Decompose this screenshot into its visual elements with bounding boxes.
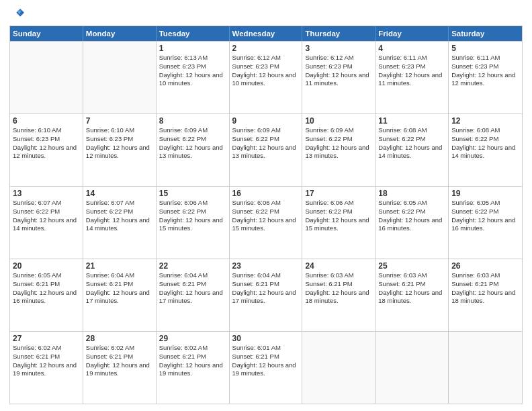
day-cell-24: 24Sunrise: 6:03 AM Sunset: 6:21 PM Dayli…	[302, 259, 375, 331]
day-cell-25: 25Sunrise: 6:03 AM Sunset: 6:21 PM Dayli…	[375, 259, 449, 331]
day-cell-6: 6Sunrise: 6:10 AM Sunset: 6:23 PM Daylig…	[10, 114, 83, 186]
day-info: Sunrise: 6:07 AM Sunset: 6:22 PM Dayligh…	[86, 199, 153, 233]
day-number: 15	[159, 189, 226, 198]
day-number: 14	[86, 189, 153, 198]
day-number: 29	[159, 334, 226, 343]
day-number: 6	[13, 116, 80, 126]
calendar-week-1: 1Sunrise: 6:13 AM Sunset: 6:23 PM Daylig…	[10, 41, 522, 113]
day-info: Sunrise: 6:03 AM Sunset: 6:21 PM Dayligh…	[305, 271, 372, 306]
day-cell-12: 12Sunrise: 6:08 AM Sunset: 6:22 PM Dayli…	[449, 114, 522, 186]
day-info: Sunrise: 6:05 AM Sunset: 6:22 PM Dayligh…	[378, 199, 445, 233]
day-cell-23: 23Sunrise: 6:04 AM Sunset: 6:21 PM Dayli…	[230, 259, 303, 331]
day-number: 9	[232, 116, 300, 126]
day-number: 28	[86, 334, 153, 343]
day-info: Sunrise: 6:06 AM Sunset: 6:22 PM Dayligh…	[305, 199, 372, 233]
day-info: Sunrise: 6:10 AM Sunset: 6:23 PM Dayligh…	[86, 126, 153, 161]
header-sunday: Sunday	[10, 26, 83, 41]
day-number: 3	[305, 44, 372, 53]
day-cell-7: 7Sunrise: 6:10 AM Sunset: 6:23 PM Daylig…	[83, 114, 157, 186]
day-cell-10: 10Sunrise: 6:09 AM Sunset: 6:22 PM Dayli…	[302, 114, 375, 186]
day-number: 17	[305, 189, 372, 198]
day-cell-28: 28Sunrise: 6:02 AM Sunset: 6:21 PM Dayli…	[83, 332, 157, 404]
day-cell-20: 20Sunrise: 6:05 AM Sunset: 6:21 PM Dayli…	[10, 259, 83, 331]
logo-icon	[9, 7, 24, 21]
day-info: Sunrise: 6:06 AM Sunset: 6:22 PM Dayligh…	[159, 199, 226, 233]
day-info: Sunrise: 6:12 AM Sunset: 6:23 PM Dayligh…	[305, 54, 372, 88]
day-number: 22	[159, 261, 226, 271]
day-cell-2: 2Sunrise: 6:12 AM Sunset: 6:23 PM Daylig…	[230, 42, 303, 113]
header-wednesday: Wednesday	[230, 26, 303, 41]
day-info: Sunrise: 6:11 AM Sunset: 6:23 PM Dayligh…	[378, 54, 445, 88]
calendar-body: 1Sunrise: 6:13 AM Sunset: 6:23 PM Daylig…	[10, 41, 522, 404]
calendar: Sunday Monday Tuesday Wednesday Thursday…	[9, 26, 523, 404]
day-number: 4	[378, 44, 445, 53]
day-number: 12	[451, 116, 519, 126]
header-saturday: Saturday	[449, 26, 522, 41]
day-cell-5: 5Sunrise: 6:11 AM Sunset: 6:23 PM Daylig…	[449, 42, 522, 113]
day-number: 7	[86, 116, 153, 126]
day-info: Sunrise: 6:02 AM Sunset: 6:21 PM Dayligh…	[13, 344, 80, 378]
empty-cell	[83, 42, 157, 113]
day-info: Sunrise: 6:01 AM Sunset: 6:21 PM Dayligh…	[232, 344, 300, 378]
day-cell-13: 13Sunrise: 6:07 AM Sunset: 6:22 PM Dayli…	[10, 187, 83, 259]
day-cell-11: 11Sunrise: 6:08 AM Sunset: 6:22 PM Dayli…	[375, 114, 449, 186]
day-info: Sunrise: 6:04 AM Sunset: 6:21 PM Dayligh…	[159, 271, 226, 306]
day-cell-8: 8Sunrise: 6:09 AM Sunset: 6:22 PM Daylig…	[157, 114, 230, 186]
day-cell-19: 19Sunrise: 6:05 AM Sunset: 6:22 PM Dayli…	[449, 187, 522, 259]
day-cell-16: 16Sunrise: 6:06 AM Sunset: 6:22 PM Dayli…	[230, 187, 303, 259]
day-number: 8	[159, 116, 226, 126]
empty-cell	[375, 332, 449, 404]
day-number: 13	[13, 189, 80, 198]
header-thursday: Thursday	[302, 26, 375, 41]
day-info: Sunrise: 6:04 AM Sunset: 6:21 PM Dayligh…	[86, 271, 153, 306]
day-info: Sunrise: 6:09 AM Sunset: 6:22 PM Dayligh…	[232, 126, 300, 161]
day-info: Sunrise: 6:11 AM Sunset: 6:23 PM Dayligh…	[451, 54, 519, 88]
day-number: 10	[305, 116, 372, 126]
day-cell-9: 9Sunrise: 6:09 AM Sunset: 6:22 PM Daylig…	[230, 114, 303, 186]
header-monday: Monday	[83, 26, 157, 41]
day-info: Sunrise: 6:12 AM Sunset: 6:23 PM Dayligh…	[232, 54, 300, 88]
day-info: Sunrise: 6:03 AM Sunset: 6:21 PM Dayligh…	[378, 271, 445, 306]
day-number: 19	[451, 189, 519, 198]
empty-cell	[10, 42, 83, 113]
header-friday: Friday	[375, 26, 449, 41]
day-info: Sunrise: 6:05 AM Sunset: 6:21 PM Dayligh…	[13, 271, 80, 306]
day-number: 1	[159, 44, 226, 53]
day-cell-17: 17Sunrise: 6:06 AM Sunset: 6:22 PM Dayli…	[302, 187, 375, 259]
day-cell-14: 14Sunrise: 6:07 AM Sunset: 6:22 PM Dayli…	[83, 187, 157, 259]
svg-marker-0	[16, 9, 24, 17]
calendar-week-5: 27Sunrise: 6:02 AM Sunset: 6:21 PM Dayli…	[10, 331, 522, 404]
day-info: Sunrise: 6:03 AM Sunset: 6:21 PM Dayligh…	[451, 271, 519, 306]
day-number: 25	[378, 261, 445, 271]
day-info: Sunrise: 6:02 AM Sunset: 6:21 PM Dayligh…	[159, 344, 226, 378]
day-cell-18: 18Sunrise: 6:05 AM Sunset: 6:22 PM Dayli…	[375, 187, 449, 259]
day-info: Sunrise: 6:09 AM Sunset: 6:22 PM Dayligh…	[305, 126, 372, 161]
day-cell-4: 4Sunrise: 6:11 AM Sunset: 6:23 PM Daylig…	[375, 42, 449, 113]
day-cell-1: 1Sunrise: 6:13 AM Sunset: 6:23 PM Daylig…	[157, 42, 230, 113]
day-info: Sunrise: 6:08 AM Sunset: 6:22 PM Dayligh…	[378, 126, 445, 161]
day-number: 24	[305, 261, 372, 271]
day-cell-30: 30Sunrise: 6:01 AM Sunset: 6:21 PM Dayli…	[230, 332, 303, 404]
day-info: Sunrise: 6:13 AM Sunset: 6:23 PM Dayligh…	[159, 54, 226, 88]
empty-cell	[449, 332, 522, 404]
day-number: 30	[232, 334, 300, 343]
day-info: Sunrise: 6:08 AM Sunset: 6:22 PM Dayligh…	[451, 126, 519, 161]
day-number: 11	[378, 116, 445, 126]
day-number: 23	[232, 261, 300, 271]
day-cell-21: 21Sunrise: 6:04 AM Sunset: 6:21 PM Dayli…	[83, 259, 157, 331]
day-number: 21	[86, 261, 153, 271]
day-cell-29: 29Sunrise: 6:02 AM Sunset: 6:21 PM Dayli…	[157, 332, 230, 404]
day-cell-27: 27Sunrise: 6:02 AM Sunset: 6:21 PM Dayli…	[10, 332, 83, 404]
day-number: 16	[232, 189, 300, 198]
day-info: Sunrise: 6:09 AM Sunset: 6:22 PM Dayligh…	[159, 126, 226, 161]
logo	[9, 7, 26, 21]
day-cell-22: 22Sunrise: 6:04 AM Sunset: 6:21 PM Dayli…	[157, 259, 230, 331]
day-info: Sunrise: 6:06 AM Sunset: 6:22 PM Dayligh…	[232, 199, 300, 233]
day-info: Sunrise: 6:07 AM Sunset: 6:22 PM Dayligh…	[13, 199, 80, 233]
day-info: Sunrise: 6:04 AM Sunset: 6:21 PM Dayligh…	[232, 271, 300, 306]
day-number: 26	[451, 261, 519, 271]
day-info: Sunrise: 6:05 AM Sunset: 6:22 PM Dayligh…	[451, 199, 519, 233]
day-number: 27	[13, 334, 80, 343]
calendar-week-3: 13Sunrise: 6:07 AM Sunset: 6:22 PM Dayli…	[10, 186, 522, 259]
calendar-header-row: Sunday Monday Tuesday Wednesday Thursday…	[10, 26, 522, 41]
